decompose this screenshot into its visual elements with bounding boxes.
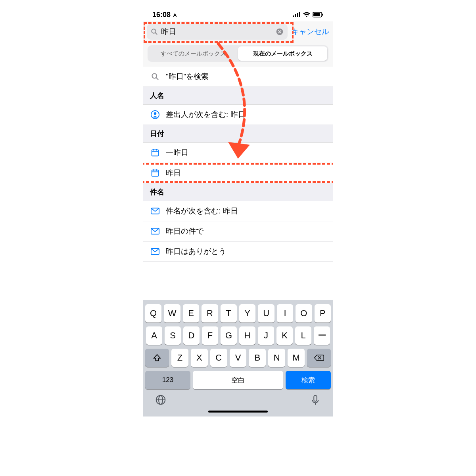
status-bar: 16:08 bbox=[143, 8, 333, 21]
shift-icon bbox=[153, 353, 161, 362]
key-W[interactable]: W bbox=[164, 304, 180, 322]
keyboard-bottom-row: 123 空白 検索 bbox=[145, 371, 331, 389]
globe-key[interactable] bbox=[155, 394, 167, 407]
search-input[interactable]: 昨日 bbox=[147, 24, 288, 40]
key-N[interactable]: N bbox=[268, 349, 285, 367]
svg-rect-2 bbox=[297, 13, 298, 17]
svg-rect-18 bbox=[152, 170, 159, 177]
svg-line-8 bbox=[155, 33, 157, 35]
subject-row-2-label: 昨日の件で bbox=[166, 226, 203, 236]
key-U[interactable]: U bbox=[258, 304, 274, 322]
key-O[interactable]: O bbox=[296, 304, 312, 322]
svg-rect-6 bbox=[322, 14, 323, 16]
key-Z[interactable]: Z bbox=[171, 349, 188, 367]
date-row-1-label: 一昨日 bbox=[166, 148, 188, 158]
search-icon bbox=[151, 28, 158, 35]
section-subject: 件名 bbox=[143, 183, 333, 201]
globe-icon bbox=[155, 394, 167, 406]
key-S[interactable]: S bbox=[165, 326, 181, 345]
status-time: 16:08 bbox=[152, 11, 177, 19]
search-row: 昨日 キャンセル bbox=[143, 21, 333, 42]
status-time-text: 16:08 bbox=[152, 11, 171, 19]
subject-row-3-label: 昨日はありがとう bbox=[166, 246, 226, 257]
envelope-icon bbox=[150, 207, 160, 215]
svg-rect-3 bbox=[299, 12, 300, 17]
calendar-icon bbox=[150, 148, 160, 157]
search-icon bbox=[150, 73, 160, 81]
key-Y[interactable]: Y bbox=[239, 304, 255, 322]
keyboard[interactable]: QWERTYUIOP ASDFGHJKLー ZXCVBNM 123 空白 検索 bbox=[143, 300, 333, 416]
svg-line-11 bbox=[156, 78, 158, 80]
keyboard-icon-row bbox=[145, 392, 331, 407]
wifi-icon bbox=[303, 12, 310, 17]
key-H[interactable]: H bbox=[239, 326, 255, 345]
mic-key[interactable] bbox=[309, 394, 321, 407]
date-row-2-label: 昨日 bbox=[166, 168, 181, 178]
key-ー[interactable]: ー bbox=[314, 326, 330, 345]
status-right bbox=[293, 12, 324, 17]
mic-icon bbox=[309, 394, 321, 406]
search-for-label: "昨日"を検索 bbox=[166, 71, 209, 82]
clear-icon[interactable] bbox=[276, 28, 284, 36]
keyboard-row-2: ASDFGHJKLー bbox=[145, 326, 331, 345]
section-date: 日付 bbox=[143, 125, 333, 143]
key-G[interactable]: G bbox=[221, 326, 237, 345]
keyboard-row-3: ZXCVBNM bbox=[145, 349, 331, 367]
search-for-row[interactable]: "昨日"を検索 bbox=[143, 67, 333, 87]
subject-row-1-label: 件名が次を含む: 昨日 bbox=[166, 206, 238, 216]
seg-current-mailbox[interactable]: 現在のメールボックス bbox=[238, 46, 327, 61]
key-J[interactable]: J bbox=[258, 326, 274, 345]
svg-rect-28 bbox=[314, 395, 317, 401]
numeric-key[interactable]: 123 bbox=[145, 371, 190, 389]
svg-rect-1 bbox=[295, 14, 296, 17]
key-F[interactable]: F bbox=[202, 326, 218, 345]
people-row[interactable]: 差出人が次を含む: 昨日 bbox=[143, 105, 333, 125]
phone-frame: 16:08 昨日 キャンセル すべてのメールボックス 現在のメールボックス "昨… bbox=[143, 8, 333, 416]
cancel-button[interactable]: キャンセル bbox=[292, 27, 329, 37]
segmented-wrap: すべてのメールボックス 現在のメールボックス bbox=[143, 42, 333, 67]
shift-key[interactable] bbox=[145, 349, 169, 367]
delete-key[interactable] bbox=[307, 349, 331, 367]
key-D[interactable]: D bbox=[183, 326, 200, 345]
key-T[interactable]: T bbox=[221, 304, 237, 322]
section-people: 人名 bbox=[143, 87, 333, 105]
calendar-icon bbox=[150, 169, 160, 177]
subject-row-1[interactable]: 件名が次を含む: 昨日 bbox=[143, 201, 333, 221]
signal-icon bbox=[293, 12, 301, 17]
key-I[interactable]: I bbox=[277, 304, 293, 322]
envelope-icon bbox=[150, 228, 160, 235]
person-icon bbox=[150, 110, 160, 119]
key-P[interactable]: P bbox=[315, 304, 331, 322]
return-key[interactable]: 検索 bbox=[286, 371, 331, 389]
space-key[interactable]: 空白 bbox=[193, 371, 283, 389]
key-E[interactable]: E bbox=[183, 304, 199, 322]
date-row-1[interactable]: 一昨日 bbox=[143, 143, 333, 163]
key-A[interactable]: A bbox=[146, 326, 162, 345]
key-C[interactable]: C bbox=[210, 349, 227, 367]
search-value: 昨日 bbox=[161, 27, 273, 37]
mailbox-scope-segmented[interactable]: すべてのメールボックス 現在のメールボックス bbox=[148, 45, 328, 62]
key-R[interactable]: R bbox=[202, 304, 218, 322]
key-K[interactable]: K bbox=[276, 326, 293, 345]
subject-row-2[interactable]: 昨日の件で bbox=[143, 221, 333, 242]
svg-point-13 bbox=[154, 112, 156, 115]
home-indicator[interactable] bbox=[208, 411, 268, 413]
svg-rect-0 bbox=[293, 15, 294, 17]
keyboard-row-1: QWERTYUIOP bbox=[145, 304, 331, 322]
svg-rect-14 bbox=[152, 150, 159, 156]
backspace-icon bbox=[314, 354, 324, 362]
svg-rect-5 bbox=[313, 13, 320, 16]
envelope-icon bbox=[150, 248, 160, 255]
key-M[interactable]: M bbox=[288, 349, 305, 367]
location-icon bbox=[173, 13, 177, 17]
key-Q[interactable]: Q bbox=[145, 304, 161, 322]
key-B[interactable]: B bbox=[249, 349, 266, 367]
seg-all-mailboxes[interactable]: すべてのメールボックス bbox=[149, 46, 238, 61]
battery-icon bbox=[313, 12, 324, 17]
subject-row-3[interactable]: 昨日はありがとう bbox=[143, 242, 333, 262]
key-V[interactable]: V bbox=[230, 349, 247, 367]
people-row-label: 差出人が次を含む: 昨日 bbox=[166, 109, 246, 120]
key-X[interactable]: X bbox=[191, 349, 208, 367]
key-L[interactable]: L bbox=[295, 326, 311, 345]
date-row-2[interactable]: 昨日 bbox=[143, 163, 333, 183]
